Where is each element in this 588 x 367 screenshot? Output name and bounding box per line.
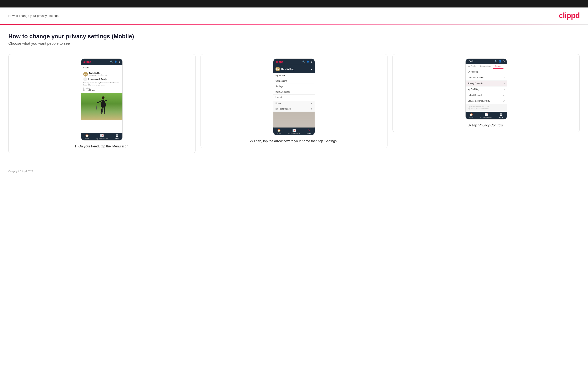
external-icon-3: ↗ xyxy=(503,100,505,102)
step3-icons: 🔍 👤 ⊕ xyxy=(494,60,505,63)
logo: clippd xyxy=(559,11,580,20)
tab-my-profile[interactable]: My Profile xyxy=(466,64,478,69)
step-3-phone: ‹ Back 🔍 👤 ⊕ My Profile Connections Sett… xyxy=(465,58,507,120)
step2-icons: 🔍 👤 ⊕ xyxy=(302,60,312,63)
menu-settings[interactable]: Settings xyxy=(273,84,315,89)
home-icon-2: 🏠 xyxy=(277,129,281,132)
back-button[interactable]: ‹ Back xyxy=(468,60,474,62)
dropdown-avatar: BM xyxy=(276,67,280,71)
dropdown-menu: My Profile Connections Settings Help & S… xyxy=(273,73,315,112)
page-heading: How to change your privacy settings (Mob… xyxy=(8,33,580,40)
settings-my-account[interactable]: My Account › xyxy=(466,69,507,75)
menu-icon-3: ☰ xyxy=(500,113,503,116)
feed-tab-label: Feed xyxy=(81,65,122,70)
step2-description: 2) Then, tap the arrow next to your name… xyxy=(250,139,338,144)
chevron-down-icon-2: ▼ xyxy=(311,108,312,110)
menu-icon: ☰ xyxy=(116,134,118,137)
step1-icons: 🔍 👤 ⊕ xyxy=(110,60,120,63)
step3-performance-label: My Performance xyxy=(480,117,493,118)
nav-menu[interactable]: ☰ Menu xyxy=(115,134,119,140)
feed-post: BM Blair McHarg Yesterday · Sunningdale … xyxy=(81,70,122,93)
settings-icon-2: ⊕ xyxy=(311,60,312,63)
menu-my-profile[interactable]: My Profile xyxy=(273,73,315,78)
chevron-right-privacy: › xyxy=(504,82,504,85)
step2-performance-label: My Performance xyxy=(288,133,300,134)
menu-nav-performance[interactable]: My Performance ▼ xyxy=(273,106,315,112)
step2-nav-performance: 📈 My Performance xyxy=(288,129,300,134)
step-1-card: clippd 🔍 👤 ⊕ Feed BM Blair xyxy=(8,54,196,153)
step2-nav-menu[interactable]: ✕ Menu xyxy=(307,129,311,134)
settings-help-support-label: Help & Support xyxy=(468,94,482,96)
settings-data-integrations[interactable]: Data Integrations › xyxy=(466,75,507,81)
step-2-phone: clippd 🔍 👤 ⊕ BM xyxy=(273,58,315,135)
settings-service-privacy[interactable]: Service & Privacy Policy ↗ xyxy=(466,98,507,104)
data-integrations-label: Data Integrations xyxy=(468,76,484,79)
performance-icon: 📈 xyxy=(100,134,104,137)
step2-logo: clippd xyxy=(276,60,283,63)
top-bar xyxy=(0,0,588,8)
search-icon-2: 🔍 xyxy=(302,60,305,63)
search-icon-3: 🔍 xyxy=(494,60,497,63)
chevron-right-integrations: › xyxy=(504,76,504,79)
step3-nav-performance: 📈 My Performance xyxy=(480,113,493,118)
duration-label: Duration xyxy=(83,87,120,89)
step3-nav-menu[interactable]: ☰ Menu xyxy=(499,113,503,118)
step1-content: BM Blair McHarg Yesterday · Sunningdale … xyxy=(81,70,122,133)
step2-bottomnav: 🏠 Home 📈 My Performance ✕ Menu xyxy=(273,127,315,135)
header-title: How to change your privacy settings xyxy=(8,14,59,17)
home-icon: 🏠 xyxy=(85,134,89,137)
chevron-down-icon-1: ▼ xyxy=(311,102,312,105)
external-icon-2: ↗ xyxy=(503,94,505,96)
performance-icon-3: 📈 xyxy=(484,113,488,116)
step3-topbar: ‹ Back 🔍 👤 ⊕ xyxy=(466,59,507,64)
nav-menu-label: Menu xyxy=(115,138,119,140)
step3-content: My Account › Data Integrations › Privacy… xyxy=(466,69,507,112)
lesson-icon xyxy=(83,77,87,81)
step2-content: BM Blair McHarg ▲ My Profile Connections xyxy=(273,65,315,127)
chevron-up-icon: ▲ xyxy=(311,68,312,70)
my-profile-label: My Profile xyxy=(276,75,285,77)
tab-settings[interactable]: Settings xyxy=(493,64,504,69)
post-author: Blair McHarg xyxy=(89,72,107,75)
chevron-right-golf-bag: › xyxy=(504,88,504,91)
nav-performance-section-label: My Performance xyxy=(276,108,291,110)
settings-privacy-controls[interactable]: Privacy Controls › xyxy=(466,81,507,86)
avatar: BM xyxy=(83,72,88,76)
golfer-image xyxy=(81,93,122,120)
settings-help-support[interactable]: Help & Support ↗ xyxy=(466,92,507,98)
user-icon-3: 👤 xyxy=(499,60,502,63)
main-content: How to change your privacy settings (Mob… xyxy=(0,25,588,166)
menu-logout[interactable]: Logout xyxy=(273,95,315,100)
menu-help-support[interactable]: Help & Support ↗ xyxy=(273,89,315,95)
version-line2: GQL Server Version: 2022.7.30-1 xyxy=(468,108,505,110)
menu-connections[interactable]: Connections xyxy=(273,78,315,84)
step-2-card: clippd 🔍 👤 ⊕ BM xyxy=(200,54,388,148)
tab-connections[interactable]: Connections xyxy=(478,64,493,69)
performance-icon-2: 📈 xyxy=(292,129,296,132)
step2-menu-label: Menu xyxy=(307,133,311,134)
step2-home-label: Home xyxy=(277,133,281,134)
settings-icon: ⊕ xyxy=(119,60,120,63)
duration-value: 01 hr : 30 min xyxy=(83,89,120,91)
step2-topbar: clippd 🔍 👤 ⊕ xyxy=(273,59,315,65)
step3-description: 3) Tap 'Privacy Controls'. xyxy=(468,123,504,128)
logout-label: Logout xyxy=(276,96,282,98)
chevron-right-account: › xyxy=(504,71,504,73)
version-info: Clippd Client Version: 2022.8.3-3 GQL Se… xyxy=(466,104,507,112)
home-icon-3: 🏠 xyxy=(469,113,473,116)
dropdown-user-row[interactable]: BM Blair McHarg ▲ xyxy=(273,65,315,73)
nav-home-label: Home xyxy=(85,138,89,140)
svg-point-0 xyxy=(102,96,104,99)
settings-label: Settings xyxy=(276,85,283,88)
step3-home-label: Home xyxy=(469,117,473,118)
settings-tabs: My Profile Connections Settings xyxy=(466,64,507,69)
step1-topbar: clippd 🔍 👤 ⊕ xyxy=(81,59,122,65)
settings-my-golf-bag[interactable]: My Golf Bag › xyxy=(466,86,507,92)
my-account-label: My Account xyxy=(468,71,478,73)
close-icon: ✕ xyxy=(308,129,311,132)
dropdown-user-info: BM Blair McHarg xyxy=(276,67,294,71)
version-line1: Clippd Client Version: 2022.8.3-3 xyxy=(468,106,505,108)
settings-icon-3: ⊕ xyxy=(503,60,505,63)
menu-nav-home[interactable]: Home ▼ xyxy=(273,101,315,106)
post-header: BM Blair McHarg Yesterday · Sunningdale xyxy=(83,72,120,76)
